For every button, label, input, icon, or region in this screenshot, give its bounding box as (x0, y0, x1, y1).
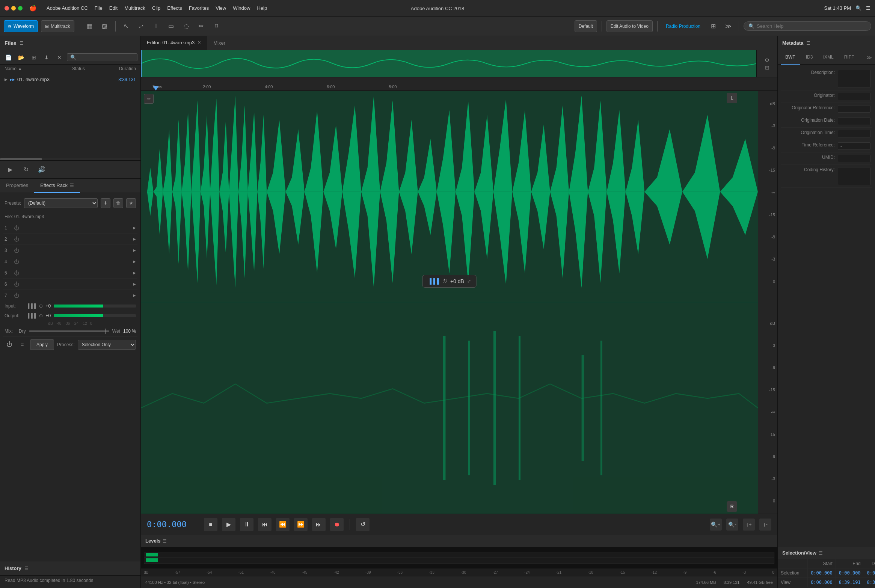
spectral-display-btn[interactable]: ▦ (84, 20, 96, 32)
marquee-btn[interactable]: ▭ (165, 20, 177, 32)
search-input[interactable] (757, 23, 866, 29)
input-knob-icon[interactable]: ⊙ (39, 303, 43, 309)
overview-settings-icon[interactable]: ⚙ (765, 57, 769, 63)
metadata-menu-icon[interactable]: ☰ (806, 41, 810, 46)
slot-arrow-7[interactable]: ▶ (133, 293, 136, 297)
menu-multitrack[interactable]: Multitrack (124, 5, 145, 11)
loop-toggle-btn[interactable]: ↺ (356, 518, 370, 531)
waveform-canvas[interactable]: ▐▐▐ ⏱ +0 dB ⤢ L R (141, 91, 758, 514)
power-btn-2[interactable]: ⏻ (13, 235, 20, 243)
meta-value-originator[interactable] (838, 93, 870, 100)
process-select[interactable]: Selection Only (78, 340, 136, 350)
meta-value-description[interactable] (838, 70, 870, 88)
effects-power-btn[interactable]: ⏻ (5, 340, 14, 350)
delete-preset-btn[interactable]: 🗑 (113, 198, 123, 208)
close-file-btn[interactable]: ✕ (54, 52, 65, 63)
healing-btn[interactable]: ⌑ (210, 20, 222, 32)
tab-effects-rack[interactable]: Effects Rack ☰ (34, 179, 80, 193)
play-btn[interactable]: ▶ (222, 518, 235, 531)
meta-value-umid[interactable] (838, 155, 870, 162)
new-file-btn[interactable]: 📄 (3, 52, 14, 63)
apply-button[interactable]: Apply (30, 339, 54, 350)
minimize-button[interactable] (11, 6, 16, 11)
menu-audition[interactable]: Adobe Audition CC (47, 5, 88, 11)
stop-btn[interactable]: ■ (204, 518, 217, 531)
radio-production-btn[interactable]: Radio Production (662, 20, 704, 32)
meta-value-time-ref[interactable]: - (838, 142, 870, 150)
open-appended-btn[interactable]: ⊞ (29, 52, 39, 63)
menu-effects[interactable]: Effects (167, 5, 182, 11)
zoom-out-amp-btn[interactable]: ↕- (759, 519, 771, 531)
default-workspace-btn[interactable]: Default (575, 20, 597, 32)
meta-tab-bwf[interactable]: BWF (781, 50, 800, 65)
selection-view-menu-icon[interactable]: ☰ (819, 550, 823, 556)
menu-edit[interactable]: Edit (109, 5, 118, 11)
menu-favorites[interactable]: Favorites (189, 5, 209, 11)
move-tool-btn[interactable]: ↖ (120, 20, 132, 32)
slot-arrow-6[interactable]: ▶ (133, 282, 136, 286)
menu-help[interactable]: Help (257, 5, 267, 11)
meta-tab-riff[interactable]: RIFF (840, 50, 859, 65)
power-btn-1[interactable]: ⏻ (13, 224, 20, 232)
overview-wave[interactable] (141, 50, 756, 77)
search-icon[interactable]: 🔍 (855, 5, 861, 11)
skip-forward-btn[interactable]: ⏭ (312, 518, 326, 531)
zoom-in-time-btn[interactable]: 🔍+ (710, 519, 722, 531)
workspace-options-btn[interactable]: ≫ (722, 20, 734, 32)
fast-forward-btn[interactable]: ⏩ (294, 518, 308, 531)
meta-value-coding-history[interactable] (838, 167, 870, 185)
apple-menu[interactable]: 🍎 (29, 5, 37, 12)
sel-view-start[interactable]: 0:00.000 (808, 578, 836, 587)
slip-tool-btn[interactable]: I (150, 20, 162, 32)
volume-btn[interactable]: 🔊 (36, 164, 47, 175)
spectral-pitch-btn[interactable]: ▨ (99, 20, 111, 32)
maximize-button[interactable] (18, 6, 23, 11)
effects-list-btn[interactable]: ≡ (17, 340, 27, 350)
meta-tab-ixml[interactable]: iXML (819, 50, 838, 65)
power-btn-7[interactable]: ⏻ (13, 292, 20, 299)
slot-arrow-3[interactable]: ▶ (133, 248, 136, 252)
meta-value-originator-ref[interactable] (838, 105, 870, 113)
output-knob-icon[interactable]: ⊙ (39, 313, 43, 318)
vol-expand-icon[interactable]: ⤢ (467, 279, 471, 284)
save-preset-btn[interactable]: ⬇ (101, 198, 110, 208)
menu-view[interactable]: View (216, 5, 226, 11)
waveform-btn[interactable]: ≋ Waveform (4, 20, 38, 32)
slot-arrow-2[interactable]: ▶ (133, 237, 136, 241)
power-btn-3[interactable]: ⏻ (13, 247, 20, 254)
notification-icon[interactable]: ☰ (866, 5, 870, 11)
pause-btn[interactable]: ⏸ (240, 518, 253, 531)
lasso-btn[interactable]: ◌ (180, 20, 192, 32)
multitrack-btn[interactable]: ⊞ Multitrack (41, 20, 74, 32)
presets-select[interactable]: (Default) (24, 198, 98, 208)
slot-arrow-4[interactable]: ▶ (133, 259, 136, 264)
favorite-preset-btn[interactable]: ★ (126, 198, 136, 208)
close-button[interactable] (5, 6, 9, 11)
play-btn[interactable]: ▶ (5, 164, 16, 175)
power-btn-4[interactable]: ⏻ (13, 258, 20, 265)
power-btn-6[interactable]: ⏻ (13, 280, 20, 288)
menu-clip[interactable]: Clip (152, 5, 160, 11)
meta-tab-id3[interactable]: ID3 (801, 50, 818, 65)
edit-audio-video-btn[interactable]: Edit Audio to Video (606, 20, 653, 32)
mixer-tab[interactable]: Mixer (207, 36, 231, 50)
power-btn-5[interactable]: ⏻ (13, 269, 20, 277)
meta-more-btn[interactable]: ≫ (866, 54, 872, 60)
workspace-more-btn[interactable]: ⊞ (707, 20, 719, 32)
edit-mode-icon[interactable]: ✏ (144, 94, 154, 104)
razor-btn[interactable]: ⇌ (135, 20, 147, 32)
menu-window[interactable]: Window (233, 5, 250, 11)
editor-tab-main[interactable]: Editor: 01. 4ware.mp3 ✕ (141, 36, 207, 50)
meta-value-orig-date[interactable] (838, 118, 870, 125)
files-search-input[interactable] (78, 55, 134, 60)
tab-properties[interactable]: Properties (0, 179, 34, 193)
skip-back-btn[interactable]: ⏮ (258, 518, 272, 531)
tab-close-icon[interactable]: ✕ (198, 40, 201, 45)
zoom-out-time-btn[interactable]: 🔍- (726, 519, 738, 531)
overview-grid-icon[interactable]: ⊟ (765, 65, 769, 71)
zoom-in-amp-btn[interactable]: ↕+ (743, 519, 755, 531)
sel-selection-end[interactable]: 0:00.000 (836, 568, 864, 578)
brush-btn[interactable]: ✏ (195, 20, 207, 32)
sel-selection-start[interactable]: 0:00.000 (808, 568, 836, 578)
loop-btn[interactable]: ↻ (20, 164, 32, 175)
